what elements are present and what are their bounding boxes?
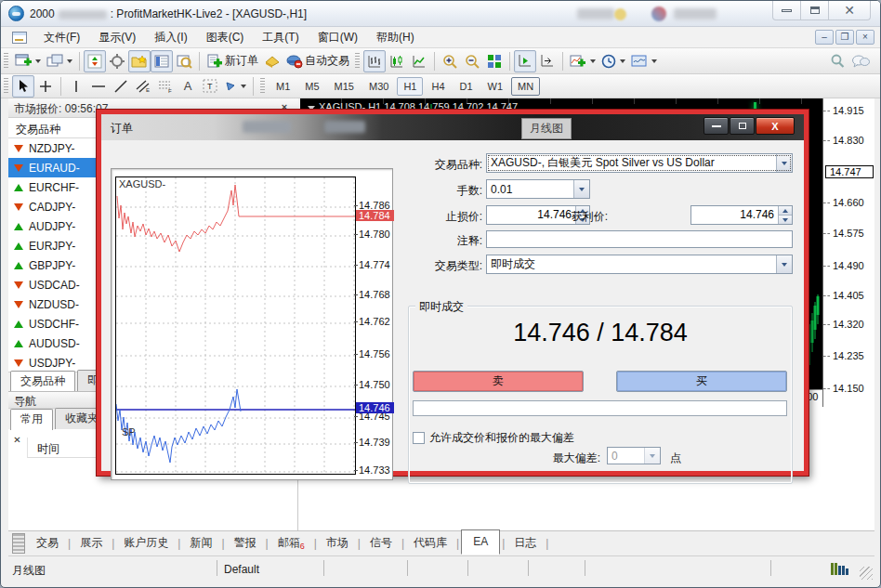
tab-交易品种[interactable]: 交易品种 [10,371,75,392]
autotrading-button[interactable]: 自动交易 [283,50,352,72]
toolbar-grip[interactable] [4,78,8,95]
data-window-button[interactable] [106,50,128,72]
max-deviation-select[interactable]: 0 [607,447,661,464]
timeframe-h1-button[interactable]: H1 [397,77,423,96]
deviation-checkbox[interactable] [413,432,425,444]
navigator-toggle-button[interactable] [128,50,151,72]
menu-item[interactable]: 图表(C) [197,27,254,48]
market-watch-toggle-button[interactable] [84,50,106,72]
new-order-button[interactable]: 新订单 [204,50,261,72]
equidistant-channel-button[interactable]: E [132,75,154,98]
toolbar-grip[interactable] [4,53,8,70]
bar-chart-button[interactable] [363,50,386,72]
bottom-tab-新闻[interactable]: 新闻 [182,531,219,555]
bottom-tab-警报[interactable]: 警报 [227,531,264,555]
dialog-close-button[interactable]: X [756,117,795,135]
menu-item[interactable]: 插入(I) [145,27,196,48]
terminal-toggle-button[interactable] [151,50,173,72]
menu-item[interactable]: 显示(V) [89,27,145,48]
text-button[interactable]: A [177,75,199,98]
arrows-button[interactable] [221,75,249,98]
vertical-line-button[interactable] [65,75,87,98]
timeframe-mn-button[interactable]: MN [511,77,540,96]
mdi-restore-button[interactable]: ❐ [835,30,854,45]
bottom-tab-信号[interactable]: 信号 [362,531,400,555]
maximize-button[interactable] [801,1,829,20]
price-scale-label: 14.320 [823,319,875,330]
new-chart-button[interactable] [12,50,44,72]
chevron-down-icon [35,59,41,63]
timeframe-h4-button[interactable]: H4 [425,77,451,96]
volume-select[interactable]: 0.01 [486,179,590,199]
chart-shift-button[interactable] [536,50,559,72]
timeframe-m15-button[interactable]: M15 [328,77,361,96]
profiles-button[interactable] [44,50,75,72]
toolbar-grip[interactable] [260,78,265,95]
dialog-minimize-button[interactable] [703,117,729,135]
terminal-close-icon[interactable]: ✕ [10,433,24,447]
text-label-button[interactable]: T [199,75,221,98]
toolbar-grip[interactable] [355,53,360,70]
mdi-minimize-button[interactable]: – [815,30,834,45]
sell-button[interactable]: 卖 [413,371,584,392]
order-dialog-titlebar[interactable]: 订单 月线图 X [101,114,804,140]
tab-常用[interactable]: 常用 [10,409,53,430]
chart-window-icon[interactable] [12,32,27,44]
terminal-grip-icon[interactable] [12,533,25,554]
timeframe-m5-button[interactable]: M5 [298,77,325,96]
buy-button[interactable]: 买 [616,371,787,392]
trendline-button[interactable] [110,75,132,98]
status-profile[interactable]: Default [224,563,259,576]
arrow-up-icon [14,223,23,230]
menu-item[interactable]: 文件(F) [34,27,89,48]
cursor-button[interactable] [12,75,34,98]
dialog-window-controls: X [703,117,795,135]
bottom-tab-代码库[interactable]: 代码库 [406,531,454,555]
menu-item[interactable]: 工具(T) [253,27,308,48]
deviation-check-row[interactable]: 允许成交价和报价的最大偏差 [413,430,574,446]
timeframe-d1-button[interactable]: D1 [454,77,480,96]
bottom-tab-市场[interactable]: 市场 [319,531,356,555]
symbol-select[interactable]: XAGUSD-, 白银美元 Spot Silver vs US Dollar [486,153,793,173]
strategy-tester-button[interactable] [173,50,195,72]
metaeditor-button[interactable] [261,50,283,72]
templates-button[interactable] [628,50,660,72]
minimize-button[interactable] [773,1,801,20]
periods-button[interactable] [598,50,628,72]
price-scale[interactable]: 14.91514.83014.74714.66014.57514.49014.4… [822,98,874,407]
zoom-in-button[interactable] [439,50,461,72]
chat-button[interactable] [848,50,873,72]
redaction-dot [651,7,666,21]
bottom-tab-邮箱[interactable]: 邮箱6 [270,531,312,555]
timeframe-m30-button[interactable]: M30 [362,77,395,96]
bottom-tab-EA[interactable]: EA [461,529,500,555]
indicators-button[interactable] [567,50,598,72]
line-chart-button[interactable] [408,50,430,72]
timeframe-m1-button[interactable]: M1 [270,77,296,96]
autoscroll-button[interactable] [514,50,536,72]
resize-grip[interactable] [860,567,873,580]
search-button[interactable] [826,50,848,72]
bottom-tab-展示[interactable]: 展示 [72,531,110,555]
status-separator [407,560,408,576]
symbol-name: AUDJPY- [29,220,75,233]
comment-input[interactable] [486,230,793,248]
tile-windows-button[interactable] [483,50,506,72]
horizontal-line-button[interactable] [87,75,110,98]
order-type-select[interactable]: 即时成交 [486,255,793,274]
mdi-close-button[interactable]: × [856,30,874,45]
fibonacci-button[interactable]: F [154,75,177,98]
dialog-restore-button[interactable] [730,117,755,135]
menu-item[interactable]: 窗口(W) [309,27,367,48]
close-button[interactable]: ✕ [829,1,870,20]
candlestick-chart-button[interactable] [386,50,408,72]
menu-item[interactable]: 帮助(H) [367,27,424,48]
zoom-out-button[interactable] [461,50,483,72]
takeprofit-input[interactable]: 14.746 [690,205,793,225]
bottom-tab-日志[interactable]: 日志 [506,531,544,555]
bottom-tab-交易[interactable]: 交易 [29,531,66,555]
bottom-tab-账户历史[interactable]: 账户历史 [116,531,176,555]
redaction-blur [243,121,291,133]
timeframe-w1-button[interactable]: W1 [481,77,510,96]
crosshair-button[interactable] [34,75,57,98]
